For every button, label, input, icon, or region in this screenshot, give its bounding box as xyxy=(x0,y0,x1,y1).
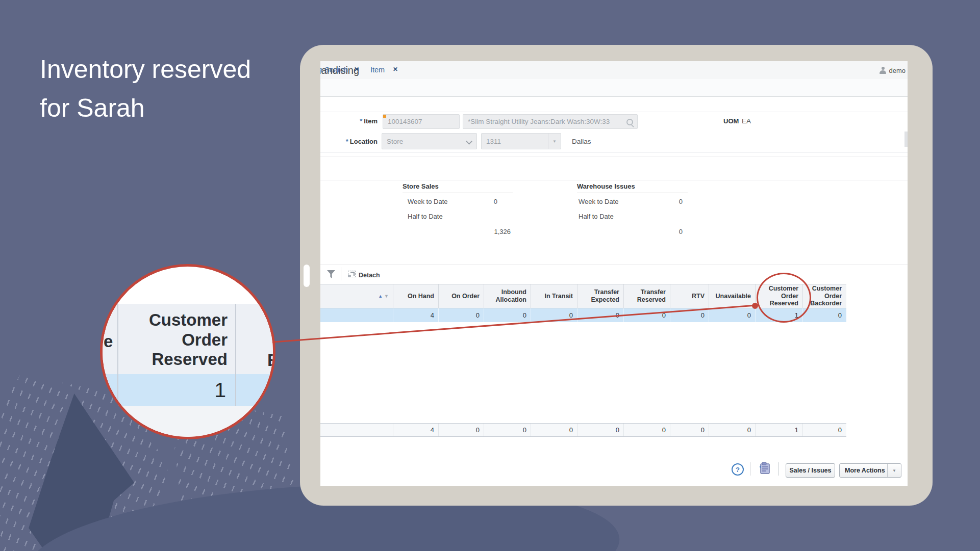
warehouse-issues-wtd-value: 0 xyxy=(637,198,683,205)
store-sales-wtd-label: Week to Date xyxy=(408,198,448,205)
column-header-inbound-allocation[interactable]: Inbound Allocation xyxy=(484,284,531,308)
app-window: Merchandising demo Item Search ✕ Item ✕ … xyxy=(320,61,908,486)
changed-indicator xyxy=(383,115,386,118)
magnified-right-fragment: B xyxy=(267,351,275,370)
sort-ascending-icon[interactable]: ▲ xyxy=(378,294,383,299)
location-type-select[interactable]: Store xyxy=(382,133,477,149)
summary-on-order: 0 xyxy=(439,424,484,436)
summary-on-hand: 4 xyxy=(393,424,439,436)
user-name: demo xyxy=(889,67,906,74)
summary-in-transit: 0 xyxy=(531,424,577,436)
item-label: *Item xyxy=(320,117,378,125)
summary-transfer-reserved: 0 xyxy=(624,424,670,436)
filter-icon[interactable] xyxy=(327,270,335,278)
app-header xyxy=(320,61,908,80)
detach-button[interactable]: Detach xyxy=(359,272,380,279)
slide-title: Inventory reserved for Sarah xyxy=(40,50,254,127)
user-icon xyxy=(880,67,886,74)
tablet-side-button xyxy=(304,265,310,287)
help-icon[interactable]: ? xyxy=(732,463,744,476)
notes-icon[interactable] xyxy=(759,462,771,477)
summary-inbound-allocation: 0 xyxy=(484,424,531,436)
slide: Inventory reserved for Sarah Merchandisi… xyxy=(0,0,980,551)
store-sales-htd-label: Half to Date xyxy=(408,213,443,220)
cell-unavailable: 0 xyxy=(709,308,756,322)
location-type-value: Store xyxy=(387,138,403,145)
warehouse-issues-wtd-label: Week to Date xyxy=(579,198,619,205)
location-label: *Location xyxy=(320,138,378,145)
column-header-on-order[interactable]: On Order xyxy=(439,284,484,308)
cell-customer-order-backorder: 0 xyxy=(803,308,846,322)
detach-icon xyxy=(348,271,356,277)
item-number-field[interactable]: 100143607 xyxy=(383,114,460,129)
store-sales-extra-value: 1,326 xyxy=(465,228,511,235)
search-icon[interactable] xyxy=(626,119,633,125)
table-corner-cell: ▲ ▼ xyxy=(320,284,393,308)
store-sales-wtd-value: 0 xyxy=(451,198,497,205)
column-header-transfer-expected[interactable]: Transfer Expected xyxy=(577,284,624,308)
uom-value: EA xyxy=(742,117,751,125)
summary-customer-order-reserved: 1 xyxy=(756,424,803,436)
cell-on-hand: 4 xyxy=(393,308,439,322)
column-header-rtv[interactable]: RTV xyxy=(670,284,709,308)
sales-issues-button[interactable]: Sales / Issues xyxy=(786,463,835,478)
required-marker: * xyxy=(346,138,348,145)
summary-customer-order-backorder: 0 xyxy=(803,424,846,436)
user-menu[interactable]: demo xyxy=(880,66,906,75)
location-name: Dallas xyxy=(572,138,591,145)
item-number-value: 100143607 xyxy=(388,118,422,125)
summary-transfer-expected: 0 xyxy=(577,424,624,436)
chevron-down-icon xyxy=(466,138,472,145)
magnified-reserved-value: 1 xyxy=(117,378,226,402)
magnified-left-fragment: e xyxy=(104,332,113,351)
warehouse-issues-extra-value: 0 xyxy=(637,228,683,235)
cell-inbound-allocation: 0 xyxy=(484,308,531,322)
item-description-value: *Slim Straight Utility Jeans:Dark Wash:3… xyxy=(468,118,610,125)
warehouse-issues-title: Warehouse Issues xyxy=(577,182,635,190)
item-description-field[interactable]: *Slim Straight Utility Jeans:Dark Wash:3… xyxy=(463,114,638,129)
dropdown-arrow-icon[interactable]: ▼ xyxy=(548,134,561,149)
tab-item-close-icon[interactable]: ✕ xyxy=(393,66,398,73)
magnifier-callout: Customer Order Reserved e B 1 xyxy=(100,264,275,439)
callout-highlight-ellipse xyxy=(757,273,811,323)
magnified-column-header: Customer Order Reserved xyxy=(117,310,228,370)
uom-label: UOM xyxy=(723,117,739,125)
sort-descending-icon[interactable]: ▼ xyxy=(384,294,389,299)
location-number-value: 1311 xyxy=(486,138,501,145)
cell-on-order: 0 xyxy=(439,308,484,322)
tab-bar xyxy=(320,79,908,97)
required-marker: * xyxy=(360,117,362,125)
summary-rtv: 0 xyxy=(670,424,709,436)
column-header-in-transit[interactable]: In Transit xyxy=(531,284,577,308)
warehouse-issues-htd-label: Half to Date xyxy=(579,213,614,220)
scrollbar-thumb[interactable] xyxy=(904,132,908,147)
tab-item-search[interactable]: Item Search xyxy=(320,66,348,74)
more-actions-button[interactable]: More Actions ▼ xyxy=(839,463,901,478)
table-summary-row: 4 0 0 0 0 0 0 0 1 0 xyxy=(320,423,846,437)
column-header-transfer-reserved[interactable]: Transfer Reserved xyxy=(624,284,670,308)
column-header-on-hand[interactable]: On Hand xyxy=(393,284,439,308)
tab-item-search-close-icon[interactable]: ✕ xyxy=(354,66,359,73)
more-actions-arrow-icon[interactable]: ▼ xyxy=(887,464,901,477)
summary-unavailable: 0 xyxy=(709,424,756,436)
column-header-unavailable[interactable]: Unavailable xyxy=(709,284,756,308)
location-number-combo[interactable]: 1311 ▼ xyxy=(481,133,561,149)
tab-item[interactable]: Item xyxy=(370,66,385,74)
store-sales-title: Store Sales xyxy=(403,182,439,190)
